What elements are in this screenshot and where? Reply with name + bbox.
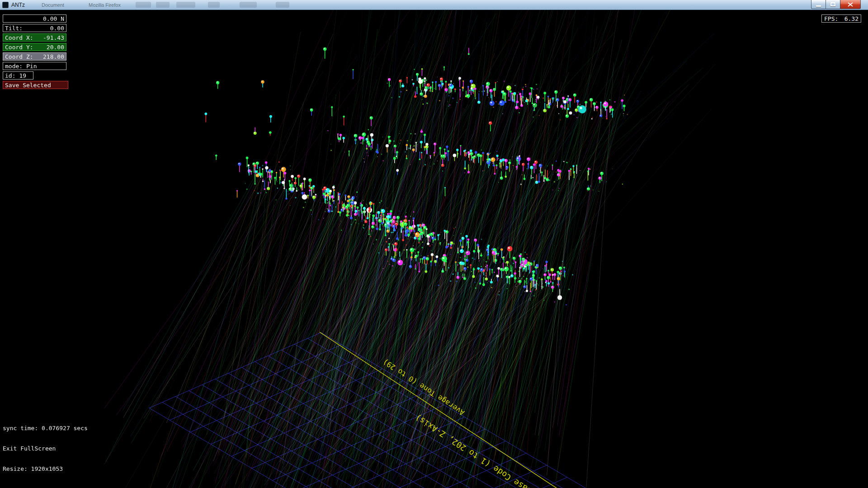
coord-x-value: -91.43 (43, 34, 64, 41)
heading-readout: 0.00 N (3, 14, 66, 23)
maximize-icon (830, 2, 835, 6)
tilt-value: 0.00 (50, 25, 64, 32)
coord-y-readout: Coord Y: 20.00 (3, 43, 66, 51)
exit-fullscreen-text: Exit FullScreen (3, 445, 88, 452)
tilt-readout: Tilt: 0.00 (3, 24, 66, 32)
maximize-button[interactable] (826, 0, 840, 9)
close-icon (848, 2, 853, 7)
mode-value: Pin (26, 63, 37, 70)
viewport-3d[interactable] (0, 0, 868, 488)
minimize-button[interactable] (811, 0, 826, 9)
ghost-window-label: Document (42, 2, 64, 8)
resize-text: Resize: 1920x1053 (3, 465, 88, 472)
fps-readout: FPS: 6.32 (821, 14, 861, 23)
window-title: ANTz (11, 2, 25, 8)
ghost-window-label: Mozilla Firefox (89, 2, 121, 8)
status-area: sync time: 0.076927 secs Exit FullScreen… (3, 411, 88, 486)
coord-z-label: Coord Z: (5, 53, 33, 60)
ghost-window-artifact (208, 2, 220, 8)
close-button[interactable] (840, 0, 861, 9)
window-controls (811, 0, 861, 9)
fps-label: FPS: (824, 15, 838, 22)
antz-app-window: ANTz Document Mozilla Firefox (0, 0, 868, 488)
hud-panel: 0.00 N Tilt: 0.00 Coord X: -91.43 Coord … (3, 14, 68, 89)
coord-z-readout: Coord Z: 218.00 (3, 52, 66, 61)
minimize-icon (816, 5, 821, 7)
app-icon (2, 2, 9, 8)
fps-value: 6.32 (844, 15, 859, 22)
save-selected-label: Save Selected (5, 82, 51, 89)
id-label: id: (5, 72, 15, 79)
coord-x-readout: Coord X: -91.43 (3, 33, 66, 42)
coord-x-label: Coord X: (5, 34, 33, 41)
coord-y-value: 20.00 (47, 44, 64, 51)
coord-y-label: Coord Y: (5, 44, 33, 51)
ghost-window-artifact (176, 2, 195, 8)
ghost-window-artifact (240, 2, 257, 8)
title-bar[interactable]: ANTz Document Mozilla Firefox (0, 0, 868, 10)
sync-time-text: sync time: 0.076927 secs (3, 425, 88, 432)
coord-z-value: 218.00 (43, 53, 64, 60)
mode-label: mode: (5, 63, 23, 70)
save-selected-button[interactable]: Save Selected (3, 81, 68, 89)
heading-value: 0.00 N (43, 15, 64, 22)
ghost-window-artifact (156, 2, 170, 8)
ghost-window-artifact (276, 2, 289, 8)
id-readout: id: 19 (3, 71, 33, 80)
ghost-window-artifact (136, 2, 151, 8)
id-value: 19 (19, 72, 26, 79)
tilt-label: Tilt: (5, 25, 23, 32)
mode-toggle[interactable]: mode: Pin (3, 62, 66, 70)
